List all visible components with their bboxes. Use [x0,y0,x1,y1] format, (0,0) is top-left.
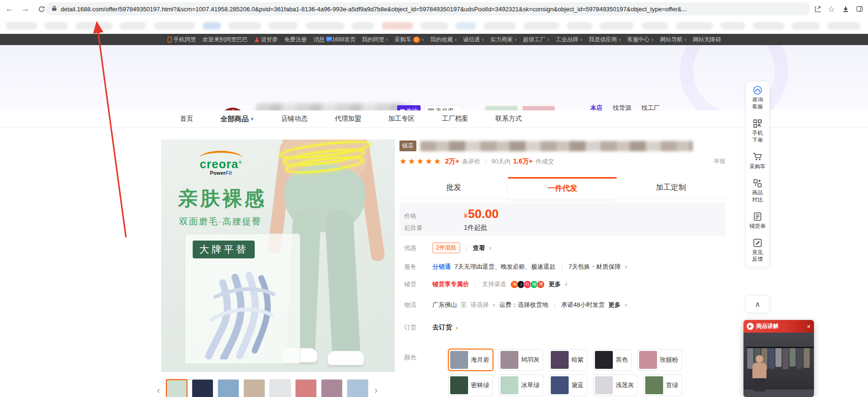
thumbs-prev-icon[interactable]: ‹ [155,385,162,396]
purchase-mode-tab[interactable]: 一件代发 [508,177,617,199]
toolbar-tool[interactable]: 意见 反馈 [746,234,769,267]
color-option[interactable]: 黛蓝 [549,374,587,396]
distribute-deal-link[interactable]: 铺货享专属价 [432,280,469,288]
rating-row: ★★★★★ 2万+ 条评价 | 90天内 1.6万+ 件成交 举报 [399,156,725,166]
gallery-thumbnail[interactable] [295,379,317,397]
topbar-link[interactable]: 请登录 [254,36,278,44]
chevron-right-icon[interactable]: › [456,324,458,331]
color-option[interactable]: 暗紫 [549,349,587,371]
topbar-link[interactable]: 消息 [313,36,332,44]
color-option[interactable]: 冰草绿 [499,374,543,396]
store-nav-item[interactable]: 工厂档案 [442,115,468,123]
color-option[interactable]: 黑色 [593,349,632,371]
color-option[interactable]: 密林绿 [448,374,493,396]
topbar-link[interactable]: 网站无障碍 [693,36,721,44]
top-product-card[interactable]: TOP1销量 [485,105,518,110]
store-nav-item[interactable]: 联系方式 [495,115,522,123]
toolbar-tool[interactable]: 咨询 客服 [746,81,769,115]
topbar-link[interactable]: 工业品牌∨ [556,36,583,44]
follow-button[interactable]: 关注 [397,105,421,110]
color-option[interactable]: 玫丽粉 [637,349,682,371]
topbar-link[interactable]: 我的阿里∨ [362,36,389,44]
color-swatch-image [551,351,569,369]
color-name: 黑色 [616,356,630,364]
toolbar-tool[interactable]: 铺货单 [746,208,769,234]
go-order-link[interactable]: 去订货 [432,323,452,332]
toolbar-tool[interactable]: 商品 对比 [746,174,769,208]
promo-view-link[interactable]: 查看 [473,244,485,252]
gallery-thumbnail[interactable] [192,379,213,397]
toolbar-tool[interactable]: 采购车 [746,148,769,174]
bookmarks-bar-blurred [0,18,868,34]
store-nav-item[interactable]: 首页 [180,115,193,123]
logistics-more-link[interactable]: 更多 [608,301,620,309]
site-logo-1688[interactable]: 1688 [161,106,213,110]
gallery-thumbnail[interactable] [347,379,368,397]
image-headline: 亲肤裸感 [178,186,266,212]
topbar-link[interactable]: 超级工厂∨ [523,36,550,44]
store-nav-item[interactable]: 全部商品∨ [220,115,254,124]
topbar-link[interactable]: 免费注册 [284,36,307,44]
forward-icon[interactable]: → [19,2,32,16]
topbar-link[interactable]: 1688首页 [332,36,356,44]
logistics-fee[interactable]: 运费：选择收货地 [500,301,548,309]
topbar-link[interactable]: 手机阿里 [167,36,196,44]
weibo-icon[interactable]: 博 [537,280,545,288]
search-scope-tabs: 本店找货源找工厂 [590,104,660,110]
topbar-link[interactable]: 我的收藏∨ [430,36,457,44]
store-name-blurred [256,103,411,110]
product-video-popup[interactable]: ▶ 商品讲解 × [743,320,814,397]
mobile-shop-button[interactable]: 手机逛∨ [424,105,462,110]
side-panel-icon[interactable] [853,2,866,16]
product-main-image[interactable]: creora® PowerFit 亲肤裸感 双面磨毛·高腰提臀 大牌平替 [161,140,395,372]
search-scope-tab[interactable]: 本店 [590,104,602,110]
review-count[interactable]: 2万+ [445,157,459,166]
back-to-top-button[interactable]: ∧ [745,295,770,313]
store-nav-item[interactable]: 加工专区 [388,115,414,123]
back-icon[interactable]: ← [3,2,16,16]
color-name: 密林绿 [471,381,491,389]
gallery-thumbnail[interactable] [166,379,188,397]
color-option[interactable]: 鸠羽灰 [499,349,543,371]
store-nav-item[interactable]: 代理加盟 [335,115,361,123]
url-bar[interactable]: detail.1688.com/offer/597849350197.html?… [45,2,810,16]
fenxiaotong-link[interactable]: 分销通 [432,263,451,271]
gallery-thumbnail[interactable] [243,379,265,397]
share-icon[interactable] [811,2,824,16]
promo-badge[interactable]: 2件混批 [432,242,460,253]
logistics-destination-select[interactable]: 请选择 [470,301,489,309]
topbar-link[interactable]: 客服中心∨ [627,36,654,44]
color-option[interactable]: 海月岩 [448,349,493,371]
purchase-mode-tab[interactable]: 加工定制 [617,177,725,199]
purchase-mode-tab[interactable]: 批发 [399,177,508,199]
store-nav-item[interactable]: 店铺动态 [281,115,307,123]
video-preview[interactable] [743,333,814,397]
thumbs-next-icon[interactable]: › [373,385,379,396]
gallery-thumbnail[interactable] [321,379,343,397]
topbar-link[interactable]: 实力商家∨ [490,36,517,44]
download-icon[interactable] [839,2,852,16]
chevron-down-icon: ∨ [618,38,621,42]
gallery-thumbnail[interactable] [218,379,239,397]
topbar-link[interactable]: 我是供应商∨ [589,36,621,44]
site-topbar: 手机阿里欢迎来到阿里巴巴请登录免费注册消息 1688首页我的阿里∨采购车0∨我的… [0,34,868,45]
color-swatch-image [551,376,569,394]
distribute-more-link[interactable]: 更多 [548,280,561,288]
browser-chrome: ← → detail.1688.com/offer/597849350197.h… [0,0,868,18]
search-scope-tab[interactable]: 找货源 [613,104,631,110]
topbar-link[interactable]: 网站导航∨ [660,36,687,44]
presenter-silhouette [756,355,763,363]
toolbar-tool[interactable]: 手机 下单 [746,115,769,148]
search-scope-tab[interactable]: 找工厂 [641,104,660,110]
color-option[interactable]: 苔绿 [643,374,682,396]
topbar-link[interactable]: 欢迎来到阿里巴巴 [203,36,248,44]
topbar-link[interactable]: 采购车0∨ [395,36,424,44]
bookmark-star-icon[interactable]: ☆ [825,2,838,16]
color-option[interactable]: 浅莲灰 [593,374,638,396]
report-link[interactable]: 举报 [714,157,725,165]
close-icon[interactable]: × [807,323,811,330]
topbar-link[interactable]: 诚信通∨ [463,36,484,44]
play-icon[interactable]: ▶ [747,323,754,330]
top-product-card[interactable]: TOP2销量 [522,105,555,110]
gallery-thumbnail[interactable] [269,379,291,397]
